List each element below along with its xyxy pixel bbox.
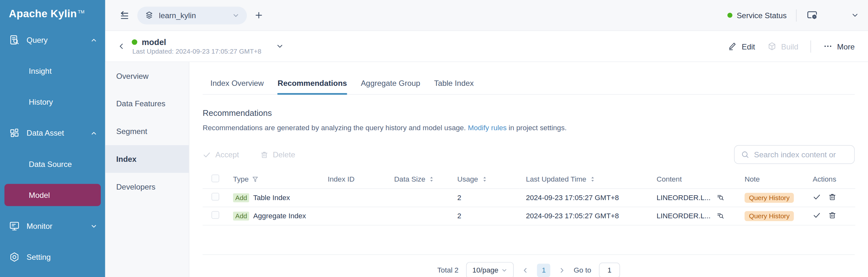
page-size-select[interactable]: 10/page — [466, 262, 514, 277]
search-icon — [741, 150, 750, 159]
subnav-item-overview[interactable]: Overview — [105, 62, 189, 90]
collapse-sidebar-icon[interactable] — [119, 9, 130, 21]
recommendations-table: Type Index ID Data Size Usage Last Updat… — [203, 171, 855, 225]
sort-icon[interactable] — [589, 176, 596, 183]
modify-rules-link[interactable]: Modify rules — [468, 123, 507, 132]
edit-button[interactable]: Edit — [728, 41, 755, 51]
project-selector[interactable]: learn_kylin — [137, 6, 247, 24]
build-button[interactable]: Build — [767, 41, 798, 51]
column-header-content: Content — [657, 175, 682, 184]
sidebar-item-query[interactable]: Query — [0, 29, 105, 51]
accept-button[interactable]: Accept — [203, 150, 239, 159]
divider — [811, 40, 811, 52]
page-number-1[interactable]: 1 — [537, 263, 550, 277]
next-page-icon[interactable] — [558, 266, 566, 274]
pagination-bar: Total 2 10/page 1 Go to — [203, 254, 855, 277]
sort-icon[interactable] — [481, 176, 488, 183]
description-text: in project settings. — [507, 123, 567, 132]
column-header-actions: Actions — [812, 175, 836, 184]
sidebar-item-data-asset[interactable]: Data Asset — [0, 122, 105, 144]
delete-label: Delete — [273, 150, 295, 159]
sidebar-item-data-source[interactable]: Data Source — [0, 153, 105, 175]
trademark-mark: TM — [78, 9, 85, 15]
sidebar-item-history[interactable]: History — [0, 91, 105, 113]
usage-cell: 2 — [457, 193, 461, 202]
tab-table-index[interactable]: Table Index — [434, 79, 473, 94]
subnav-item-index[interactable]: Index — [105, 145, 189, 173]
row-checkbox[interactable] — [211, 211, 219, 219]
model-status-dot — [132, 39, 137, 44]
project-name: learn_kylin — [159, 11, 196, 20]
accept-row-icon[interactable] — [812, 192, 821, 201]
sidebar-item-setting[interactable]: Setting — [0, 246, 105, 268]
index-tabs: Index Overview Recommendations Aggregate… — [203, 79, 855, 95]
add-project-icon[interactable] — [254, 10, 264, 20]
model-switch-chevron-icon[interactable] — [276, 42, 284, 50]
setting-icon — [9, 251, 20, 262]
sort-icon[interactable] — [428, 176, 436, 183]
app-logo-text: Apache Kylin — [9, 8, 77, 19]
tab-recommendations[interactable]: Recommendations — [278, 79, 347, 94]
add-badge: Add — [233, 212, 249, 221]
tab-aggregate-group[interactable]: Aggregate Group — [361, 79, 420, 94]
data-asset-icon — [9, 127, 20, 138]
model-title-block: model Last Updated: 2024-09-23 17:05:27 … — [132, 37, 261, 55]
edit-label: Edit — [742, 42, 755, 51]
accept-row-icon[interactable] — [812, 211, 821, 219]
sidebar-item-monitor[interactable]: Monitor — [0, 215, 105, 237]
add-badge: Add — [233, 193, 249, 202]
user-menu-chevron-icon[interactable] — [851, 11, 859, 20]
search-input[interactable] — [754, 150, 848, 159]
build-label: Build — [781, 42, 798, 51]
sidebar-nav: Query Insight History Data Asset — [0, 29, 105, 268]
row-checkbox[interactable] — [211, 193, 219, 200]
sidebar-item-model[interactable]: Model — [4, 184, 101, 206]
chevron-down-icon — [501, 267, 508, 274]
note-badge: Query History — [745, 193, 794, 203]
goto-page-input[interactable] — [599, 262, 620, 277]
view-content-icon[interactable] — [716, 193, 724, 202]
filter-funnel-icon[interactable] — [251, 175, 259, 183]
subnav-item-data-features[interactable]: Data Features — [105, 90, 189, 117]
table-row: AddTable Index 2 2024-09-23 17:05:27 GMT… — [203, 188, 855, 206]
page-size-value: 10/page — [472, 266, 498, 274]
sidebar-item-label: Data Source — [29, 160, 97, 168]
delete-row-icon[interactable] — [828, 192, 836, 201]
prev-page-icon[interactable] — [522, 266, 529, 274]
model-title-line: model — [132, 37, 261, 47]
select-all-checkbox[interactable] — [211, 174, 219, 182]
column-header-data-size: Data Size — [394, 175, 425, 184]
chevron-down-icon — [232, 11, 240, 19]
tab-index-overview[interactable]: Index Overview — [211, 79, 264, 94]
chevron-up-icon — [90, 129, 98, 137]
sidebar-item-label: Data Asset — [27, 129, 84, 138]
sidebar-item-label: Query — [27, 35, 84, 44]
service-status[interactable]: Service Status — [727, 11, 787, 20]
table-row: AddAggregate Index 2 2024-09-23 17:05:27… — [203, 207, 855, 225]
content-panel: Index Overview Recommendations Aggregate… — [189, 62, 868, 277]
check-icon — [203, 150, 211, 159]
admin-settings-icon[interactable] — [806, 9, 818, 21]
main-column: learn_kylin Service Status — [105, 0, 868, 277]
column-header-index-id: Index ID — [328, 175, 354, 184]
chevron-down-icon — [90, 222, 98, 230]
back-icon[interactable] — [117, 42, 126, 50]
subnav-item-segment[interactable]: Segment — [105, 117, 189, 145]
sidebar-item-insight[interactable]: Insight — [0, 60, 105, 82]
chevron-up-icon — [90, 36, 98, 44]
app-logo: Apache KylinTM — [0, 0, 105, 24]
goto-label: Go to — [574, 266, 591, 274]
delete-row-icon[interactable] — [828, 211, 836, 219]
subnav-item-developers[interactable]: Developers — [105, 173, 189, 201]
usage-cell: 2 — [457, 212, 461, 220]
more-button[interactable]: More — [824, 41, 855, 51]
app-window: Apache KylinTM Query Insight History — [0, 0, 868, 277]
query-icon — [9, 34, 20, 46]
table-toolbar: Accept Delete — [203, 145, 855, 164]
content-cell: LINEORDER.L... — [657, 193, 710, 202]
delete-button[interactable]: Delete — [260, 150, 295, 159]
sidebar-item-label: Model — [29, 191, 93, 199]
body-row: Overview Data Features Segment Index Dev… — [105, 62, 868, 277]
view-content-icon[interactable] — [716, 212, 724, 220]
description-text: Recommendations are generated by analyzi… — [203, 123, 468, 132]
